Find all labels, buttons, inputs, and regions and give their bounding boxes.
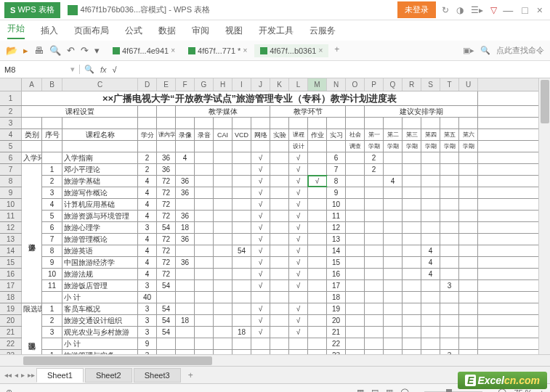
cell[interactable] [176, 303, 195, 314]
tab-close-icon[interactable]: × [171, 46, 175, 54]
formula-content[interactable]: √ [113, 65, 117, 74]
col-header-R[interactable]: R [403, 78, 421, 91]
cell[interactable] [251, 338, 270, 349]
cell[interactable]: 9 [138, 338, 157, 349]
row-header[interactable]: 8 [0, 176, 22, 187]
cell[interactable] [459, 245, 478, 256]
close-button[interactable]: × [537, 4, 543, 16]
share-icon[interactable]: ☰▸ [471, 5, 483, 15]
cell[interactable] [22, 118, 42, 128]
cell[interactable]: 72 [157, 211, 176, 221]
cell[interactable]: 4 [138, 211, 157, 221]
cell[interactable]: √ [251, 222, 270, 233]
cell[interactable] [270, 211, 289, 221]
cell[interactable]: 4 [384, 176, 403, 187]
cell[interactable] [346, 152, 365, 163]
cell[interactable]: √ [251, 164, 270, 175]
cell[interactable] [440, 303, 459, 314]
fx-icon[interactable]: fx [100, 65, 107, 74]
cell[interactable] [308, 292, 327, 303]
cell[interactable]: 2 [138, 164, 157, 175]
cell[interactable]: 计算机应用基础 [62, 199, 138, 210]
cell[interactable] [289, 350, 308, 354]
cell[interactable] [403, 118, 421, 128]
cell[interactable]: 2 [42, 176, 62, 187]
cell[interactable] [459, 234, 478, 245]
cell[interactable] [403, 338, 421, 349]
cell[interactable] [214, 211, 232, 221]
col-header-O[interactable]: O [346, 78, 365, 91]
cell[interactable]: 3 [138, 327, 157, 338]
cell[interactable] [365, 350, 384, 354]
cell[interactable] [346, 338, 365, 349]
cell[interactable]: 3 [138, 222, 157, 233]
cell[interactable]: 录像 [176, 129, 195, 140]
cell[interactable] [403, 303, 421, 314]
cell[interactable]: 8 [327, 176, 346, 187]
cell[interactable]: √ [289, 211, 308, 221]
cell[interactable] [232, 187, 251, 198]
cell[interactable]: 20 [327, 315, 346, 326]
cell[interactable] [384, 234, 403, 245]
print-icon[interactable]: 🖶 [34, 45, 44, 56]
cell[interactable]: √ [289, 152, 308, 163]
cell[interactable] [403, 199, 421, 210]
cell[interactable]: 4 [421, 257, 440, 268]
cell[interactable] [157, 118, 176, 128]
cell[interactable]: 入学指南 [62, 152, 138, 163]
cell[interactable] [270, 315, 289, 326]
new-tab-button[interactable]: + [330, 44, 344, 57]
cell[interactable] [308, 234, 327, 245]
cell[interactable] [459, 222, 478, 233]
cell[interactable] [346, 327, 365, 338]
open-icon[interactable]: 📂 [6, 45, 17, 56]
row-header[interactable]: 13 [0, 234, 22, 245]
row-header[interactable]: 22 [0, 338, 22, 349]
cell[interactable] [232, 141, 251, 152]
vertical-scrollbar[interactable] [538, 78, 550, 354]
cell[interactable] [459, 327, 478, 338]
cell[interactable]: 建议安排学期 [365, 106, 478, 117]
cell[interactable] [459, 315, 478, 326]
row-header[interactable]: 4 [0, 129, 22, 140]
row-header[interactable]: 2 [0, 106, 22, 117]
cell[interactable]: 3 [138, 280, 157, 291]
cell[interactable]: √ [289, 280, 308, 291]
cell[interactable] [384, 222, 403, 233]
cell[interactable] [384, 303, 403, 314]
cell[interactable] [440, 338, 459, 349]
cell[interactable] [176, 292, 195, 303]
cell[interactable]: √ [251, 211, 270, 221]
cell[interactable] [308, 269, 327, 279]
cell[interactable] [214, 141, 232, 152]
cell[interactable] [308, 199, 327, 210]
cell[interactable]: 11 [327, 211, 346, 221]
cell[interactable] [403, 327, 421, 338]
cell[interactable] [384, 164, 403, 175]
tab-close-icon[interactable]: × [243, 46, 247, 54]
cell[interactable]: 3 [42, 187, 62, 198]
cell[interactable] [195, 245, 214, 256]
cell[interactable] [365, 269, 384, 279]
cell[interactable] [289, 118, 308, 128]
cell[interactable]: 旅游学基础 [62, 176, 138, 187]
cell[interactable] [195, 327, 214, 338]
add-sheet-button[interactable]: + [182, 370, 199, 380]
cell[interactable]: 1 [42, 350, 62, 354]
cell[interactable]: 36 [176, 187, 195, 198]
cell[interactable]: 16 [327, 269, 346, 279]
cell[interactable] [176, 118, 195, 128]
cell[interactable] [440, 327, 459, 338]
cell[interactable] [346, 350, 365, 354]
cell[interactable]: √ [251, 245, 270, 256]
view-normal-icon[interactable]: ▦ [357, 388, 364, 392]
cell[interactable]: 限选课 [22, 303, 42, 314]
cell[interactable] [459, 303, 478, 314]
cell[interactable] [440, 269, 459, 279]
cell[interactable] [384, 350, 403, 354]
cell[interactable]: √ [289, 187, 308, 198]
cell[interactable] [195, 199, 214, 210]
cell[interactable] [440, 118, 459, 128]
cell[interactable] [459, 199, 478, 210]
cell[interactable] [308, 257, 327, 268]
